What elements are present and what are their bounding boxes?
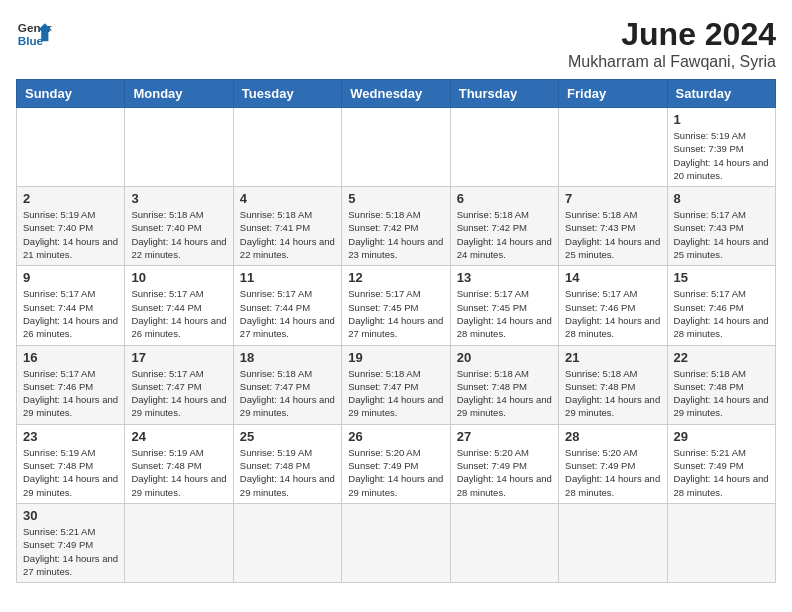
- title-area: June 2024 Mukharram al Fawqani, Syria: [568, 16, 776, 71]
- day-info: Sunrise: 5:18 AM Sunset: 7:47 PM Dayligh…: [348, 367, 443, 420]
- day-info: Sunrise: 5:18 AM Sunset: 7:41 PM Dayligh…: [240, 208, 335, 261]
- weekday-header-tuesday: Tuesday: [233, 80, 341, 108]
- day-info: Sunrise: 5:18 AM Sunset: 7:47 PM Dayligh…: [240, 367, 335, 420]
- day-info: Sunrise: 5:18 AM Sunset: 7:48 PM Dayligh…: [674, 367, 769, 420]
- calendar-cell: 21Sunrise: 5:18 AM Sunset: 7:48 PM Dayli…: [559, 345, 667, 424]
- day-number: 5: [348, 191, 443, 206]
- week-row-5: 23Sunrise: 5:19 AM Sunset: 7:48 PM Dayli…: [17, 424, 776, 503]
- calendar-cell: 4Sunrise: 5:18 AM Sunset: 7:41 PM Daylig…: [233, 187, 341, 266]
- calendar-cell: [233, 108, 341, 187]
- calendar-cell: 25Sunrise: 5:19 AM Sunset: 7:48 PM Dayli…: [233, 424, 341, 503]
- logo-icon: General Blue: [16, 16, 52, 52]
- weekday-header-sunday: Sunday: [17, 80, 125, 108]
- day-number: 2: [23, 191, 118, 206]
- day-info: Sunrise: 5:18 AM Sunset: 7:43 PM Dayligh…: [565, 208, 660, 261]
- day-info: Sunrise: 5:17 AM Sunset: 7:45 PM Dayligh…: [348, 287, 443, 340]
- weekday-header-row: SundayMondayTuesdayWednesdayThursdayFrid…: [17, 80, 776, 108]
- day-number: 4: [240, 191, 335, 206]
- day-number: 10: [131, 270, 226, 285]
- day-number: 26: [348, 429, 443, 444]
- day-number: 1: [674, 112, 769, 127]
- day-info: Sunrise: 5:17 AM Sunset: 7:47 PM Dayligh…: [131, 367, 226, 420]
- calendar-cell: 18Sunrise: 5:18 AM Sunset: 7:47 PM Dayli…: [233, 345, 341, 424]
- calendar-cell: 7Sunrise: 5:18 AM Sunset: 7:43 PM Daylig…: [559, 187, 667, 266]
- day-number: 15: [674, 270, 769, 285]
- calendar-cell: [667, 503, 775, 582]
- calendar-cell: 9Sunrise: 5:17 AM Sunset: 7:44 PM Daylig…: [17, 266, 125, 345]
- calendar-table: SundayMondayTuesdayWednesdayThursdayFrid…: [16, 79, 776, 583]
- calendar-cell: 15Sunrise: 5:17 AM Sunset: 7:46 PM Dayli…: [667, 266, 775, 345]
- day-number: 6: [457, 191, 552, 206]
- day-info: Sunrise: 5:19 AM Sunset: 7:48 PM Dayligh…: [240, 446, 335, 499]
- day-number: 25: [240, 429, 335, 444]
- day-number: 3: [131, 191, 226, 206]
- day-number: 29: [674, 429, 769, 444]
- day-info: Sunrise: 5:18 AM Sunset: 7:42 PM Dayligh…: [348, 208, 443, 261]
- calendar-cell: 27Sunrise: 5:20 AM Sunset: 7:49 PM Dayli…: [450, 424, 558, 503]
- day-info: Sunrise: 5:17 AM Sunset: 7:44 PM Dayligh…: [240, 287, 335, 340]
- calendar-cell: [342, 503, 450, 582]
- calendar-cell: [17, 108, 125, 187]
- day-number: 21: [565, 350, 660, 365]
- day-number: 18: [240, 350, 335, 365]
- calendar-cell: 11Sunrise: 5:17 AM Sunset: 7:44 PM Dayli…: [233, 266, 341, 345]
- day-info: Sunrise: 5:19 AM Sunset: 7:48 PM Dayligh…: [23, 446, 118, 499]
- day-info: Sunrise: 5:20 AM Sunset: 7:49 PM Dayligh…: [348, 446, 443, 499]
- day-number: 7: [565, 191, 660, 206]
- calendar-cell: 29Sunrise: 5:21 AM Sunset: 7:49 PM Dayli…: [667, 424, 775, 503]
- svg-text:Blue: Blue: [18, 34, 44, 47]
- calendar-cell: [125, 503, 233, 582]
- day-number: 12: [348, 270, 443, 285]
- day-info: Sunrise: 5:17 AM Sunset: 7:44 PM Dayligh…: [23, 287, 118, 340]
- calendar-cell: 12Sunrise: 5:17 AM Sunset: 7:45 PM Dayli…: [342, 266, 450, 345]
- day-info: Sunrise: 5:17 AM Sunset: 7:46 PM Dayligh…: [565, 287, 660, 340]
- day-info: Sunrise: 5:20 AM Sunset: 7:49 PM Dayligh…: [565, 446, 660, 499]
- calendar-cell: 5Sunrise: 5:18 AM Sunset: 7:42 PM Daylig…: [342, 187, 450, 266]
- day-info: Sunrise: 5:17 AM Sunset: 7:43 PM Dayligh…: [674, 208, 769, 261]
- day-number: 13: [457, 270, 552, 285]
- week-row-3: 9Sunrise: 5:17 AM Sunset: 7:44 PM Daylig…: [17, 266, 776, 345]
- day-info: Sunrise: 5:21 AM Sunset: 7:49 PM Dayligh…: [674, 446, 769, 499]
- calendar-cell: 3Sunrise: 5:18 AM Sunset: 7:40 PM Daylig…: [125, 187, 233, 266]
- weekday-header-thursday: Thursday: [450, 80, 558, 108]
- day-info: Sunrise: 5:17 AM Sunset: 7:46 PM Dayligh…: [23, 367, 118, 420]
- day-number: 19: [348, 350, 443, 365]
- calendar-cell: 8Sunrise: 5:17 AM Sunset: 7:43 PM Daylig…: [667, 187, 775, 266]
- week-row-2: 2Sunrise: 5:19 AM Sunset: 7:40 PM Daylig…: [17, 187, 776, 266]
- month-title: June 2024: [568, 16, 776, 53]
- calendar-cell: 23Sunrise: 5:19 AM Sunset: 7:48 PM Dayli…: [17, 424, 125, 503]
- calendar-cell: 22Sunrise: 5:18 AM Sunset: 7:48 PM Dayli…: [667, 345, 775, 424]
- page-header: General Blue June 2024 Mukharram al Fawq…: [16, 16, 776, 71]
- day-number: 8: [674, 191, 769, 206]
- day-info: Sunrise: 5:21 AM Sunset: 7:49 PM Dayligh…: [23, 525, 118, 578]
- weekday-header-friday: Friday: [559, 80, 667, 108]
- calendar-cell: 28Sunrise: 5:20 AM Sunset: 7:49 PM Dayli…: [559, 424, 667, 503]
- calendar-cell: 10Sunrise: 5:17 AM Sunset: 7:44 PM Dayli…: [125, 266, 233, 345]
- weekday-header-monday: Monday: [125, 80, 233, 108]
- day-number: 20: [457, 350, 552, 365]
- day-number: 27: [457, 429, 552, 444]
- day-info: Sunrise: 5:19 AM Sunset: 7:40 PM Dayligh…: [23, 208, 118, 261]
- day-number: 9: [23, 270, 118, 285]
- day-number: 17: [131, 350, 226, 365]
- calendar-cell: 6Sunrise: 5:18 AM Sunset: 7:42 PM Daylig…: [450, 187, 558, 266]
- day-info: Sunrise: 5:18 AM Sunset: 7:48 PM Dayligh…: [457, 367, 552, 420]
- day-info: Sunrise: 5:18 AM Sunset: 7:42 PM Dayligh…: [457, 208, 552, 261]
- calendar-cell: [450, 108, 558, 187]
- day-number: 30: [23, 508, 118, 523]
- location-title: Mukharram al Fawqani, Syria: [568, 53, 776, 71]
- day-number: 23: [23, 429, 118, 444]
- calendar-cell: 16Sunrise: 5:17 AM Sunset: 7:46 PM Dayli…: [17, 345, 125, 424]
- day-info: Sunrise: 5:20 AM Sunset: 7:49 PM Dayligh…: [457, 446, 552, 499]
- day-info: Sunrise: 5:19 AM Sunset: 7:48 PM Dayligh…: [131, 446, 226, 499]
- calendar-cell: 30Sunrise: 5:21 AM Sunset: 7:49 PM Dayli…: [17, 503, 125, 582]
- day-number: 22: [674, 350, 769, 365]
- calendar-cell: [559, 108, 667, 187]
- day-number: 14: [565, 270, 660, 285]
- day-info: Sunrise: 5:19 AM Sunset: 7:39 PM Dayligh…: [674, 129, 769, 182]
- weekday-header-wednesday: Wednesday: [342, 80, 450, 108]
- calendar-cell: 19Sunrise: 5:18 AM Sunset: 7:47 PM Dayli…: [342, 345, 450, 424]
- week-row-4: 16Sunrise: 5:17 AM Sunset: 7:46 PM Dayli…: [17, 345, 776, 424]
- calendar-cell: 14Sunrise: 5:17 AM Sunset: 7:46 PM Dayli…: [559, 266, 667, 345]
- calendar-cell: 17Sunrise: 5:17 AM Sunset: 7:47 PM Dayli…: [125, 345, 233, 424]
